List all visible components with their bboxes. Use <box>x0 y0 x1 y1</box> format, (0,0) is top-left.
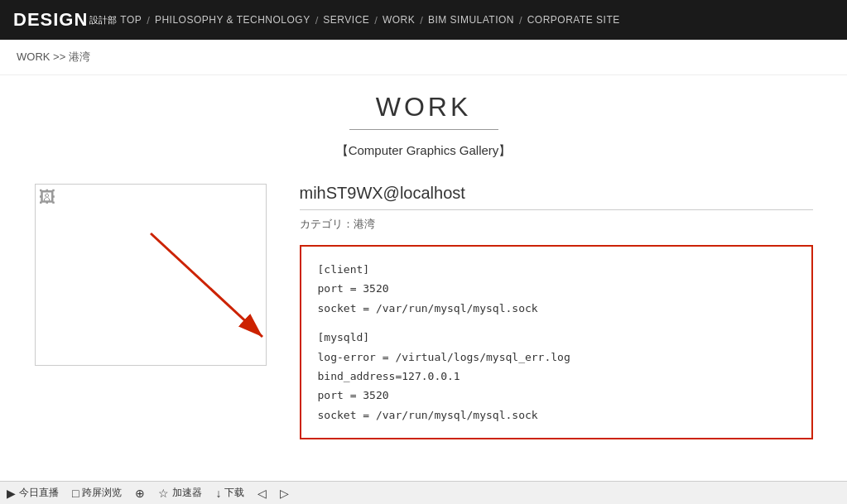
sep-2: / <box>315 14 319 26</box>
sep-4: / <box>420 14 423 26</box>
nav-bim[interactable]: BIM SIMULATION <box>428 14 514 26</box>
nav-corporate[interactable]: CORPORATE SITE <box>527 14 620 26</box>
code-mysqld-port: port = 3520 <box>318 386 795 405</box>
code-client-header: [client] <box>318 260 795 279</box>
code-client-port: port = 3520 <box>318 279 795 298</box>
code-mysqld-header: [mysqld] <box>318 328 795 347</box>
page-title: WORK <box>35 92 813 122</box>
broken-image-icon: 🖼 <box>39 188 55 207</box>
main-content: WORK 【Computer Graphics Gallery】 🖼 <box>18 75 830 473</box>
sep-1: / <box>147 14 150 26</box>
item-title: mihST9WX@localhost <box>300 184 813 210</box>
sep-5: / <box>519 14 522 26</box>
breadcrumb: WORK >> 港湾 <box>0 40 847 75</box>
nav-work[interactable]: WORK <box>383 14 415 26</box>
code-section-client: [client] port = 3520 socket = /var/run/m… <box>318 260 795 318</box>
brand-name: DESIGN <box>13 9 88 31</box>
sep-3: / <box>374 14 378 26</box>
nav-service[interactable]: SERVICE <box>323 14 369 26</box>
page-subtitle: 【Computer Graphics Gallery】 <box>35 143 813 159</box>
nav-items: TOP / PHILOSOPHY & TECHNOLOGY / SERVICE … <box>120 14 834 26</box>
nav-bar: DESIGN 設計部 TOP / PHILOSOPHY & TECHNOLOGY… <box>0 0 847 40</box>
code-section-mysqld: [mysqld] log-error = /virtual/logs/mysql… <box>318 328 795 425</box>
code-box: [client] port = 3520 socket = /var/run/m… <box>300 245 813 439</box>
title-underline <box>349 129 498 130</box>
page-title-section: WORK 【Computer Graphics Gallery】 <box>35 92 813 159</box>
code-mysqld-bind: bind_address=127.0.0.1 <box>318 367 795 386</box>
code-mysqld-socket: socket = /var/run/mysql/mysql.sock <box>318 406 795 425</box>
right-column: mihST9WX@localhost カテゴリ：港湾 [client] port… <box>300 184 813 439</box>
gallery-image: 🖼 <box>35 184 267 366</box>
nav-philosophy[interactable]: PHILOSOPHY & TECHNOLOGY <box>155 14 310 26</box>
code-client-socket: socket = /var/run/mysql/mysql.sock <box>318 299 795 318</box>
nav-top[interactable]: TOP <box>120 14 142 26</box>
code-mysqld-log: log-error = /virtual/logs/mysql_err.log <box>318 348 795 367</box>
content-row: 🖼 mihST9WX@localhost カテゴリ：港湾 <box>35 184 813 439</box>
brand-sub: 設計部 <box>89 14 117 26</box>
left-column: 🖼 <box>35 184 267 366</box>
item-category: カテゴリ：港湾 <box>300 217 813 232</box>
